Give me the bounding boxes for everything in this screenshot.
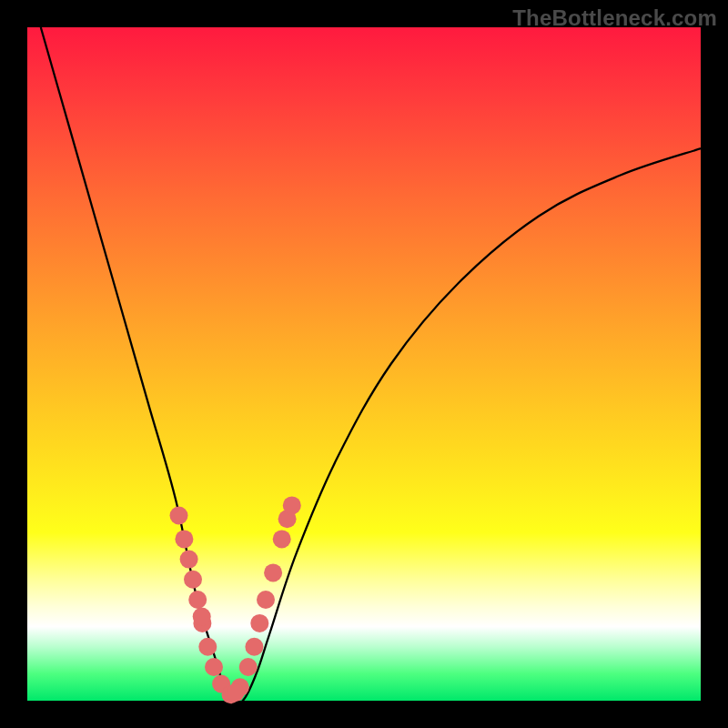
curve-marker	[170, 507, 188, 525]
curve-marker	[175, 530, 193, 548]
curve-marker	[250, 614, 268, 632]
curve-marker	[273, 530, 291, 548]
curve-marker	[239, 658, 258, 676]
curve-marker	[227, 683, 245, 702]
curve-marker	[245, 638, 263, 656]
watermark-text: TheBottleneck.com	[512, 5, 717, 31]
bottleneck-curve-svg	[27, 27, 701, 701]
curve-marker	[264, 563, 282, 581]
curve-marker	[205, 658, 223, 676]
bottleneck-curve-line	[41, 27, 701, 705]
curve-marker	[198, 638, 217, 656]
curve-marker	[180, 551, 198, 569]
chart-plot-area	[27, 27, 701, 701]
curve-marker	[283, 496, 301, 514]
curve-marker	[257, 591, 275, 609]
curve-marker	[184, 571, 202, 589]
curve-marker	[188, 591, 207, 609]
curve-marker	[193, 608, 211, 626]
